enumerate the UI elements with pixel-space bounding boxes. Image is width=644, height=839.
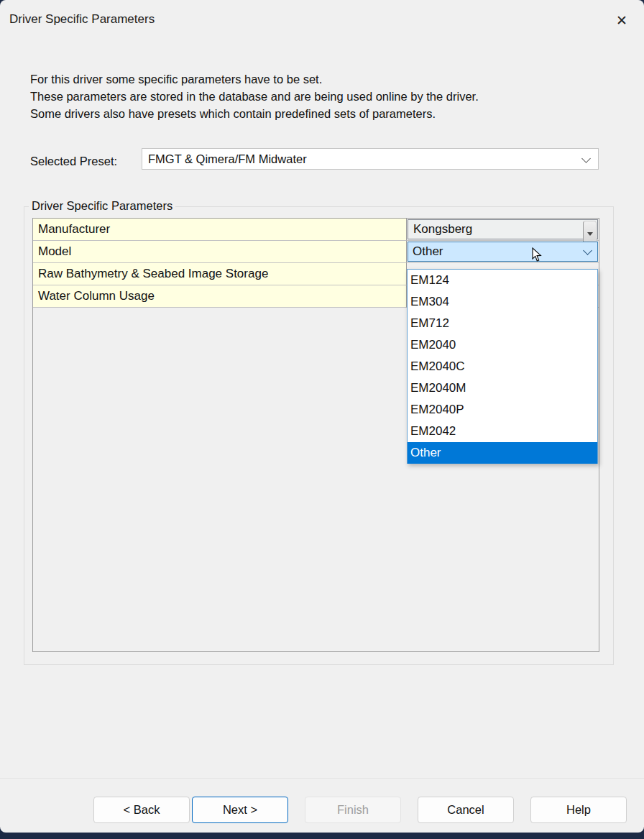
model-value: Other [408, 244, 443, 259]
model-combobox[interactable]: Other [408, 242, 598, 262]
manufacturer-value: Kongsberg [408, 222, 472, 237]
manufacturer-label-cell[interactable]: Manufacturer [33, 219, 407, 241]
close-button[interactable]: ✕ [610, 9, 634, 32]
footer-divider [0, 778, 644, 779]
selected-preset-value: FMGT & Qimera/FM Midwater [142, 152, 307, 166]
raw-bathymetry-label-cell[interactable]: Raw Bathymetry & Seabed Image Storage [33, 263, 407, 285]
dropdown-arrow-icon [587, 232, 593, 236]
cancel-button[interactable]: Cancel [418, 797, 514, 823]
model-dropdown-list: EM124 EM304 EM712 EM2040 EM2040C EM2040M… [407, 269, 598, 464]
dropdown-option-em712[interactable]: EM712 [408, 313, 597, 334]
next-button[interactable]: Next > [192, 797, 288, 823]
intro-line-2: These parameters are stored in the datab… [30, 88, 479, 105]
table-row-manufacturer: Manufacturer Kongsberg [33, 219, 599, 241]
dropdown-option-em2040m[interactable]: EM2040M [408, 377, 597, 399]
selected-preset-label: Selected Preset: [30, 155, 117, 168]
mouse-cursor-icon [532, 247, 542, 265]
selected-preset-combobox[interactable]: FMGT & Qimera/FM Midwater [142, 148, 599, 170]
manufacturer-combobox[interactable]: Kongsberg [408, 219, 598, 239]
dropdown-option-em2042[interactable]: EM2042 [408, 421, 597, 442]
model-label-cell[interactable]: Model [33, 241, 407, 263]
dropdown-option-em2040[interactable]: EM2040 [408, 334, 597, 356]
dropdown-option-em2040c[interactable]: EM2040C [408, 356, 597, 377]
title-bar: Driver Specific Parameters ✕ [0, 0, 644, 40]
intro-text: For this driver some specific parameters… [30, 70, 479, 122]
dropdown-option-em124[interactable]: EM124 [408, 270, 597, 291]
table-row-model: Model Other [33, 241, 599, 263]
manufacturer-value-cell: Kongsberg [407, 219, 599, 241]
dropdown-option-other[interactable]: Other [408, 442, 597, 464]
finish-button: Finish [305, 797, 401, 823]
close-icon: ✕ [616, 12, 627, 29]
help-button[interactable]: Help [530, 797, 627, 823]
intro-line-1: For this driver some specific parameters… [30, 70, 479, 88]
dropdown-option-em304[interactable]: EM304 [408, 291, 597, 313]
back-button[interactable]: < Back [93, 797, 190, 823]
chevron-down-icon [583, 246, 592, 255]
dialog-title: Driver Specific Parameters [9, 12, 155, 27]
dropdown-option-em2040p[interactable]: EM2040P [408, 399, 597, 421]
chevron-down-icon [581, 154, 591, 163]
water-column-label-cell[interactable]: Water Column Usage [33, 285, 407, 308]
model-value-cell: Other [407, 241, 599, 263]
driver-parameters-dialog: Driver Specific Parameters ✕ For this dr… [0, 0, 644, 833]
intro-line-3: Some drivers also have presets which con… [30, 105, 479, 122]
groupbox-title: Driver Specific Parameters [29, 199, 175, 213]
